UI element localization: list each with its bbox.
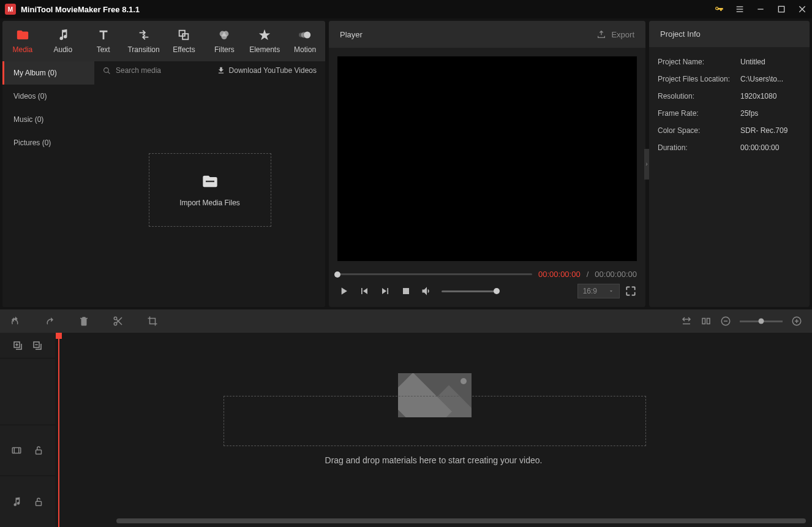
import-media-button[interactable]: Import Media Files	[149, 153, 271, 227]
search-input[interactable]: Search media	[103, 66, 161, 75]
timeline-scrollbar[interactable]	[116, 518, 806, 523]
crop-button[interactable]	[147, 316, 158, 327]
timeline: Drag and drop materials here to start cr…	[0, 333, 812, 527]
timeline-drop-hint: Drag and drop materials here to start cr…	[55, 455, 812, 465]
audio-track-icon	[11, 496, 22, 507]
fit-timeline-button[interactable]	[681, 316, 692, 327]
audio-track-lock[interactable]	[33, 496, 44, 507]
menu-icon[interactable]	[735, 4, 745, 14]
tab-filters-label: Filters	[214, 45, 235, 54]
sidebar-item-videos[interactable]: Videos (0)	[2, 85, 94, 108]
time-total: 00:00:00:00	[595, 270, 637, 279]
aspect-ratio-value: 16:9	[583, 287, 597, 295]
timeline-drop-area[interactable]	[224, 396, 646, 446]
app-title: MiniTool MovieMaker Free 8.1.1	[21, 5, 140, 14]
zoom-in-button[interactable]	[791, 316, 802, 327]
snap-button[interactable]	[701, 316, 712, 327]
stop-button[interactable]	[400, 285, 412, 297]
tab-transition[interactable]: Transition	[124, 21, 164, 61]
close-icon[interactable]	[797, 4, 807, 14]
delete-button[interactable]	[78, 316, 89, 327]
player-progress-bar[interactable]	[337, 273, 532, 275]
tab-media[interactable]: Media	[2, 21, 43, 61]
player-title: Player	[340, 30, 363, 39]
svg-line-16	[108, 72, 110, 74]
volume-slider[interactable]	[442, 290, 497, 292]
media-sidebar: My Album (0) Videos (0) Music (0) Pictur…	[2, 61, 94, 307]
download-youtube-link[interactable]: Download YouTube Videos	[217, 66, 317, 75]
svg-point-11	[222, 34, 227, 39]
volume-button[interactable]	[421, 285, 433, 297]
svg-rect-18	[403, 288, 409, 294]
svg-rect-23	[702, 319, 705, 324]
sidebar-item-my-album[interactable]: My Album (0)	[2, 61, 94, 85]
video-preview	[337, 56, 637, 261]
playhead[interactable]	[58, 333, 59, 527]
svg-point-20	[114, 322, 117, 325]
folder-icon	[201, 173, 219, 190]
search-icon	[103, 67, 111, 75]
search-placeholder: Search media	[116, 66, 161, 75]
svg-rect-39	[36, 501, 42, 506]
play-button[interactable]	[337, 285, 350, 297]
zoom-out-button[interactable]	[720, 316, 731, 327]
video-track-lock[interactable]	[33, 445, 44, 456]
timeline-body[interactable]: Drag and drop materials here to start cr…	[55, 333, 812, 527]
export-icon	[596, 29, 606, 39]
export-label: Export	[611, 30, 634, 39]
split-button[interactable]	[113, 316, 124, 327]
remove-track-button[interactable]	[32, 340, 43, 351]
svg-point-19	[114, 317, 117, 320]
project-row-duration: Duration:00:00:00:00	[658, 139, 801, 156]
title-bar: M MiniTool MovieMaker Free 8.1.1	[0, 0, 812, 18]
svg-rect-38	[36, 450, 42, 454]
media-panel: Media Audio Text Transition Effects Filt…	[2, 21, 325, 307]
tab-transition-label: Transition	[127, 45, 159, 54]
redo-button[interactable]	[44, 316, 55, 327]
tab-filters[interactable]: Filters	[204, 21, 244, 61]
zoom-handle[interactable]	[759, 319, 764, 324]
minimize-icon[interactable]	[756, 4, 765, 14]
tab-audio-label: Audio	[53, 45, 72, 54]
timeline-toolbar	[0, 309, 812, 333]
app-logo: M	[5, 4, 16, 15]
tab-elements[interactable]: Elements	[244, 21, 285, 61]
download-youtube-label: Download YouTube Videos	[229, 66, 317, 75]
player-panel: Player Export 00:00:00:00 / 00:00:00:00	[329, 21, 645, 307]
tab-effects[interactable]: Effects	[164, 21, 205, 61]
project-row-resolution: Resolution:1920x1080	[658, 88, 801, 105]
tab-elements-label: Elements	[249, 45, 280, 54]
tab-text[interactable]: Text	[83, 21, 124, 61]
svg-rect-24	[707, 319, 710, 324]
sidebar-item-pictures[interactable]: Pictures (0)	[2, 131, 94, 154]
project-info-title: Project Info	[660, 29, 701, 39]
project-info-panel: › Project Info Project Name:Untitled Pro…	[649, 21, 810, 307]
export-button[interactable]: Export	[596, 29, 634, 39]
project-row-colorspace: Color Space:SDR- Rec.709	[658, 122, 801, 139]
sidebar-item-music[interactable]: Music (0)	[2, 108, 94, 131]
progress-handle[interactable]	[334, 271, 340, 278]
svg-rect-35	[12, 447, 21, 453]
upgrade-key-icon[interactable]	[714, 4, 724, 14]
next-frame-button[interactable]	[379, 285, 391, 297]
undo-button[interactable]	[10, 316, 21, 327]
prev-frame-button[interactable]	[358, 285, 370, 297]
maximize-icon[interactable]	[776, 4, 786, 14]
tab-media-label: Media	[13, 45, 33, 54]
svg-point-14	[299, 32, 303, 37]
download-icon	[217, 66, 225, 75]
volume-handle[interactable]	[494, 288, 500, 294]
aspect-ratio-select[interactable]: 16:9	[577, 284, 620, 298]
tab-motion[interactable]: Motion	[285, 21, 325, 61]
project-row-location: Project Files Location:C:\Users\to...	[658, 70, 801, 88]
import-media-label: Import Media Files	[179, 199, 240, 207]
svg-rect-4	[778, 6, 784, 12]
collapse-handle[interactable]: ›	[644, 149, 649, 180]
project-row-framerate: Frame Rate:25fps	[658, 105, 801, 122]
zoom-slider[interactable]	[740, 320, 783, 322]
add-track-button[interactable]	[12, 340, 23, 351]
tab-text-label: Text	[97, 45, 110, 54]
fullscreen-button[interactable]	[625, 285, 637, 297]
tab-audio[interactable]: Audio	[43, 21, 83, 61]
project-row-name: Project Name:Untitled	[658, 53, 801, 70]
